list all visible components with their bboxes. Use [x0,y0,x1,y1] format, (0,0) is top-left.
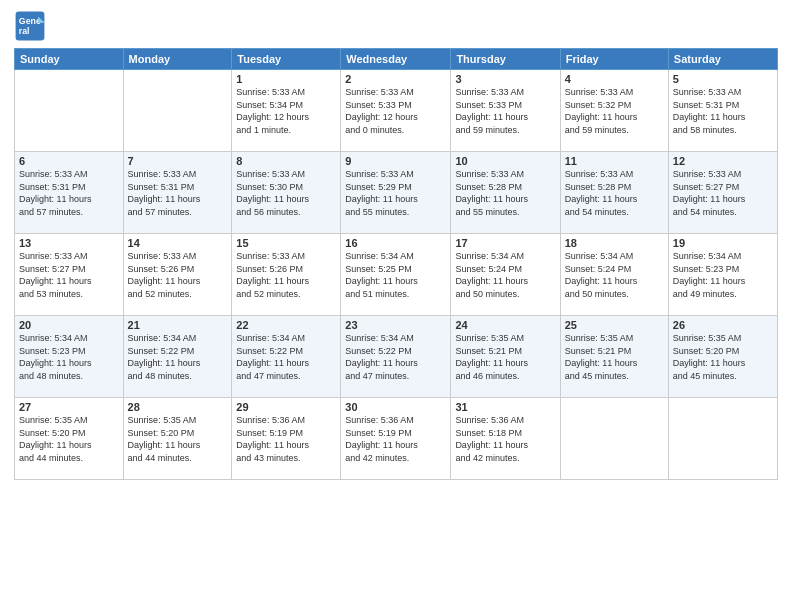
calendar-week-row: 27Sunrise: 5:35 AM Sunset: 5:20 PM Dayli… [15,398,778,480]
calendar-table: SundayMondayTuesdayWednesdayThursdayFrid… [14,48,778,480]
day-info: Sunrise: 5:33 AM Sunset: 5:26 PM Dayligh… [236,250,336,300]
calendar-day-cell: 30Sunrise: 5:36 AM Sunset: 5:19 PM Dayli… [341,398,451,480]
calendar-day-cell: 12Sunrise: 5:33 AM Sunset: 5:27 PM Dayli… [668,152,777,234]
day-info: Sunrise: 5:35 AM Sunset: 5:20 PM Dayligh… [128,414,228,464]
weekday-header: Tuesday [232,49,341,70]
calendar-day-cell: 8Sunrise: 5:33 AM Sunset: 5:30 PM Daylig… [232,152,341,234]
day-number: 19 [673,237,773,249]
logo-icon: Gene- ral [14,10,46,42]
calendar-week-row: 1Sunrise: 5:33 AM Sunset: 5:34 PM Daylig… [15,70,778,152]
day-number: 10 [455,155,555,167]
day-number: 7 [128,155,228,167]
calendar-day-cell: 4Sunrise: 5:33 AM Sunset: 5:32 PM Daylig… [560,70,668,152]
day-info: Sunrise: 5:34 AM Sunset: 5:23 PM Dayligh… [673,250,773,300]
weekday-header: Saturday [668,49,777,70]
calendar-day-cell: 7Sunrise: 5:33 AM Sunset: 5:31 PM Daylig… [123,152,232,234]
day-info: Sunrise: 5:33 AM Sunset: 5:33 PM Dayligh… [345,86,446,136]
calendar-day-cell: 13Sunrise: 5:33 AM Sunset: 5:27 PM Dayli… [15,234,124,316]
calendar-day-cell: 26Sunrise: 5:35 AM Sunset: 5:20 PM Dayli… [668,316,777,398]
day-number: 18 [565,237,664,249]
calendar-day-cell [15,70,124,152]
day-info: Sunrise: 5:35 AM Sunset: 5:21 PM Dayligh… [455,332,555,382]
day-number: 29 [236,401,336,413]
weekday-header: Wednesday [341,49,451,70]
day-number: 9 [345,155,446,167]
calendar-day-cell [123,70,232,152]
calendar-day-cell: 1Sunrise: 5:33 AM Sunset: 5:34 PM Daylig… [232,70,341,152]
calendar-day-cell: 20Sunrise: 5:34 AM Sunset: 5:23 PM Dayli… [15,316,124,398]
day-info: Sunrise: 5:35 AM Sunset: 5:20 PM Dayligh… [19,414,119,464]
calendar-day-cell: 14Sunrise: 5:33 AM Sunset: 5:26 PM Dayli… [123,234,232,316]
calendar-week-row: 6Sunrise: 5:33 AM Sunset: 5:31 PM Daylig… [15,152,778,234]
day-number: 2 [345,73,446,85]
svg-text:ral: ral [19,26,30,36]
day-number: 23 [345,319,446,331]
day-number: 30 [345,401,446,413]
calendar-day-cell: 15Sunrise: 5:33 AM Sunset: 5:26 PM Dayli… [232,234,341,316]
day-number: 4 [565,73,664,85]
day-number: 16 [345,237,446,249]
header: Gene- ral [14,10,778,42]
day-info: Sunrise: 5:33 AM Sunset: 5:28 PM Dayligh… [455,168,555,218]
weekday-header: Thursday [451,49,560,70]
calendar-day-cell: 17Sunrise: 5:34 AM Sunset: 5:24 PM Dayli… [451,234,560,316]
day-info: Sunrise: 5:33 AM Sunset: 5:34 PM Dayligh… [236,86,336,136]
day-number: 25 [565,319,664,331]
day-info: Sunrise: 5:34 AM Sunset: 5:22 PM Dayligh… [128,332,228,382]
calendar-day-cell: 28Sunrise: 5:35 AM Sunset: 5:20 PM Dayli… [123,398,232,480]
day-info: Sunrise: 5:33 AM Sunset: 5:26 PM Dayligh… [128,250,228,300]
calendar-day-cell: 19Sunrise: 5:34 AM Sunset: 5:23 PM Dayli… [668,234,777,316]
day-number: 8 [236,155,336,167]
day-info: Sunrise: 5:34 AM Sunset: 5:25 PM Dayligh… [345,250,446,300]
day-number: 13 [19,237,119,249]
calendar-day-cell: 16Sunrise: 5:34 AM Sunset: 5:25 PM Dayli… [341,234,451,316]
day-info: Sunrise: 5:34 AM Sunset: 5:24 PM Dayligh… [565,250,664,300]
day-number: 20 [19,319,119,331]
day-info: Sunrise: 5:33 AM Sunset: 5:28 PM Dayligh… [565,168,664,218]
calendar-week-row: 13Sunrise: 5:33 AM Sunset: 5:27 PM Dayli… [15,234,778,316]
day-info: Sunrise: 5:35 AM Sunset: 5:20 PM Dayligh… [673,332,773,382]
calendar-day-cell: 6Sunrise: 5:33 AM Sunset: 5:31 PM Daylig… [15,152,124,234]
day-info: Sunrise: 5:33 AM Sunset: 5:31 PM Dayligh… [673,86,773,136]
calendar-day-cell: 27Sunrise: 5:35 AM Sunset: 5:20 PM Dayli… [15,398,124,480]
day-number: 15 [236,237,336,249]
calendar-day-cell: 3Sunrise: 5:33 AM Sunset: 5:33 PM Daylig… [451,70,560,152]
calendar-day-cell: 18Sunrise: 5:34 AM Sunset: 5:24 PM Dayli… [560,234,668,316]
calendar-day-cell: 25Sunrise: 5:35 AM Sunset: 5:21 PM Dayli… [560,316,668,398]
calendar-day-cell: 5Sunrise: 5:33 AM Sunset: 5:31 PM Daylig… [668,70,777,152]
day-number: 5 [673,73,773,85]
day-number: 21 [128,319,228,331]
calendar-day-cell: 2Sunrise: 5:33 AM Sunset: 5:33 PM Daylig… [341,70,451,152]
day-number: 26 [673,319,773,331]
day-info: Sunrise: 5:34 AM Sunset: 5:22 PM Dayligh… [236,332,336,382]
day-number: 17 [455,237,555,249]
day-info: Sunrise: 5:33 AM Sunset: 5:29 PM Dayligh… [345,168,446,218]
calendar-day-cell [668,398,777,480]
day-info: Sunrise: 5:33 AM Sunset: 5:31 PM Dayligh… [19,168,119,218]
calendar-day-cell: 31Sunrise: 5:36 AM Sunset: 5:18 PM Dayli… [451,398,560,480]
day-info: Sunrise: 5:34 AM Sunset: 5:24 PM Dayligh… [455,250,555,300]
calendar-header-row: SundayMondayTuesdayWednesdayThursdayFrid… [15,49,778,70]
calendar-day-cell: 21Sunrise: 5:34 AM Sunset: 5:22 PM Dayli… [123,316,232,398]
day-info: Sunrise: 5:35 AM Sunset: 5:21 PM Dayligh… [565,332,664,382]
day-info: Sunrise: 5:36 AM Sunset: 5:19 PM Dayligh… [236,414,336,464]
calendar-day-cell: 24Sunrise: 5:35 AM Sunset: 5:21 PM Dayli… [451,316,560,398]
day-info: Sunrise: 5:33 AM Sunset: 5:31 PM Dayligh… [128,168,228,218]
calendar-day-cell: 23Sunrise: 5:34 AM Sunset: 5:22 PM Dayli… [341,316,451,398]
calendar-day-cell: 11Sunrise: 5:33 AM Sunset: 5:28 PM Dayli… [560,152,668,234]
day-number: 12 [673,155,773,167]
day-info: Sunrise: 5:36 AM Sunset: 5:19 PM Dayligh… [345,414,446,464]
calendar-day-cell: 10Sunrise: 5:33 AM Sunset: 5:28 PM Dayli… [451,152,560,234]
day-number: 3 [455,73,555,85]
day-info: Sunrise: 5:33 AM Sunset: 5:33 PM Dayligh… [455,86,555,136]
weekday-header: Friday [560,49,668,70]
day-info: Sunrise: 5:33 AM Sunset: 5:27 PM Dayligh… [673,168,773,218]
day-number: 14 [128,237,228,249]
calendar-week-row: 20Sunrise: 5:34 AM Sunset: 5:23 PM Dayli… [15,316,778,398]
calendar-day-cell [560,398,668,480]
calendar-day-cell: 9Sunrise: 5:33 AM Sunset: 5:29 PM Daylig… [341,152,451,234]
day-number: 22 [236,319,336,331]
day-number: 24 [455,319,555,331]
day-number: 31 [455,401,555,413]
day-info: Sunrise: 5:33 AM Sunset: 5:30 PM Dayligh… [236,168,336,218]
